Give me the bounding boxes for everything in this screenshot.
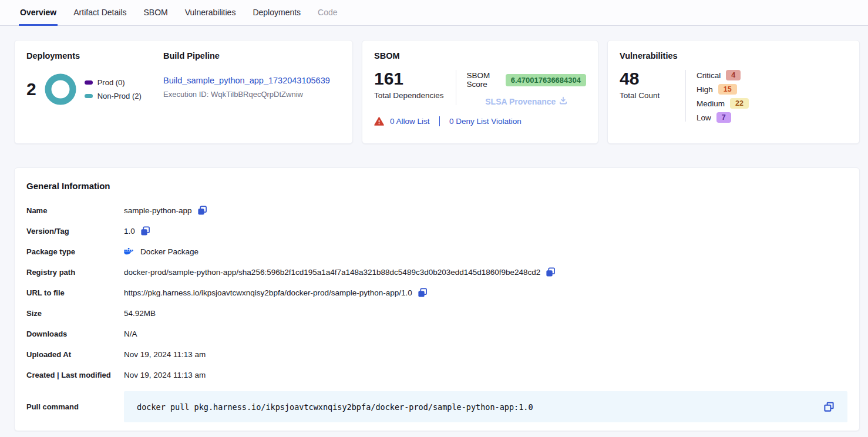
legend-item-nonprod: Non-Prod (2) — [85, 92, 142, 100]
execution-id-text: Execution ID: WqkTilbBRqecQrpDtZwniw — [163, 90, 341, 99]
severity-label-high: High — [697, 85, 713, 94]
severity-label-medium: Medium — [697, 99, 725, 108]
info-row-registry-path: Registry path docker-prod/sample-python-… — [26, 262, 847, 283]
created-modified-value: Nov 19, 2024 11:13 am — [124, 371, 206, 379]
info-label: Name — [26, 206, 124, 215]
copy-icon[interactable] — [197, 206, 207, 216]
vulnerabilities-total-label: Total Count — [620, 91, 674, 100]
vulnerabilities-title: Vulnerabilities — [620, 51, 847, 60]
sbom-score-label: SBOM Score — [467, 71, 500, 89]
copy-command-icon[interactable] — [823, 401, 835, 412]
sbom-divider — [456, 70, 456, 105]
general-information-card: General Information Name sample-python-a… — [14, 167, 860, 431]
severity-label-critical: Critical — [697, 71, 721, 80]
severity-row-medium: Medium 22 — [697, 98, 749, 109]
tab-artifact-details[interactable]: Artifact Details — [72, 0, 127, 26]
copy-icon[interactable] — [418, 288, 428, 298]
pull-command-block: docker pull pkg.harness.io/ikpsjoavtcwxn… — [124, 391, 847, 422]
nonprod-legend-dot — [85, 94, 93, 98]
registry-path-value: docker-prod/sample-python-app/sha256:596… — [124, 268, 540, 277]
info-row-pull-command: Pull command docker pull pkg.harness.io/… — [26, 391, 847, 422]
severity-count-medium: 22 — [730, 98, 749, 109]
info-label: Package type — [26, 247, 124, 256]
slsa-provenance-link[interactable]: SLSA Provenance — [467, 96, 586, 106]
build-pipeline-title: Build Pipeline — [163, 51, 341, 60]
deployments-card: Deployments 2 Prod (0) Non-Prod (2) — [14, 40, 353, 144]
tab-code: Code — [317, 0, 338, 26]
info-row-version: Version/Tag 1.0 — [26, 221, 847, 241]
prod-legend-label: Prod (0) — [97, 78, 125, 87]
deployments-count: 2 — [26, 79, 36, 99]
tab-overview[interactable]: Overview — [19, 0, 58, 26]
sbom-score-row: SBOM Score 6.470017636684304 — [467, 71, 586, 89]
vulnerabilities-card: Vulnerabilities 48 Total Count Critical … — [607, 40, 860, 144]
policy-links-divider — [439, 116, 440, 126]
info-label: Registry path — [26, 268, 124, 277]
info-label: URL to file — [26, 288, 124, 297]
deny-list-link[interactable]: 0 Deny List Violation — [449, 117, 522, 126]
slsa-provenance-label: SLSA Provenance — [485, 97, 556, 106]
allow-list-link[interactable]: 0 Allow List — [390, 117, 430, 126]
info-row-url: URL to file https://pkg.harness.io/ikpsj… — [26, 283, 847, 303]
sbom-card: SBOM 161 Total Dependencies SBOM Score 6… — [362, 40, 598, 144]
severity-row-low: Low 7 — [697, 112, 749, 123]
summary-cards-row: Deployments 2 Prod (0) Non-Prod (2) — [14, 40, 860, 144]
copy-icon[interactable] — [140, 226, 150, 236]
info-label: Downloads — [26, 330, 124, 338]
vulnerabilities-total-stat: 48 Total Count — [620, 69, 674, 100]
vulnerabilities-total-count: 48 — [620, 69, 674, 89]
docker-icon — [124, 247, 135, 256]
info-row-uploaded-at: Uploaded At Nov 19, 2024 11:13 am — [26, 344, 847, 365]
sbom-total-stat: 161 Total Dependencies — [374, 69, 444, 100]
copy-icon[interactable] — [546, 267, 556, 277]
sbom-title: SBOM — [374, 51, 586, 60]
download-icon — [559, 96, 567, 106]
build-pipeline-link[interactable]: Build_sample_python_app_1732043105639 — [163, 76, 330, 85]
deployments-legend: Prod (0) Non-Prod (2) — [85, 78, 142, 100]
general-information-title: General Information — [26, 181, 847, 191]
info-row-name: Name sample-python-app — [26, 200, 847, 221]
deployments-section: Deployments 2 Prod (0) Non-Prod (2) — [26, 51, 163, 133]
severity-row-critical: Critical 4 — [697, 70, 749, 80]
nonprod-legend-label: Non-Prod (2) — [97, 92, 142, 100]
info-label: Size — [26, 309, 124, 318]
build-pipeline-section: Build Pipeline Build_sample_python_app_1… — [163, 51, 341, 133]
url-to-file-value: https://pkg.harness.io/ikpsjoavtcwxnqisy… — [124, 288, 412, 297]
tab-sbom[interactable]: SBOM — [143, 0, 169, 26]
size-value: 54.92MB — [124, 309, 156, 318]
info-label: Created | Last modified — [26, 371, 124, 379]
sbom-score-value[interactable]: 6.470017636684304 — [506, 74, 586, 86]
sbom-policy-footer: 0 Allow List 0 Deny List Violation — [374, 116, 586, 126]
info-row-created-modified: Created | Last modified Nov 19, 2024 11:… — [26, 365, 847, 385]
info-label: Uploaded At — [26, 350, 124, 359]
tab-vulnerabilities[interactable]: Vulnerabilities — [184, 0, 237, 26]
sbom-total-label: Total Dependencies — [374, 91, 444, 100]
vulnerabilities-divider — [685, 70, 686, 122]
severity-count-low: 7 — [716, 112, 731, 123]
uploaded-at-value: Nov 19, 2024 11:13 am — [124, 350, 206, 359]
tab-bar: Overview Artifact Details SBOM Vulnerabi… — [0, 0, 868, 26]
deployments-body: 2 Prod (0) Non-Prod (2) — [26, 73, 163, 105]
vulnerabilities-body: 48 Total Count Critical 4 High 15 Medium… — [620, 69, 847, 123]
sbom-total-count: 161 — [374, 69, 444, 89]
sbom-score-section: SBOM Score 6.470017636684304 SLSA Proven… — [467, 69, 586, 106]
info-label: Version/Tag — [26, 227, 124, 236]
deployments-donut-chart — [45, 73, 76, 105]
general-information-rows: Name sample-python-app Version/Tag 1.0 P… — [26, 200, 847, 422]
severity-count-high: 15 — [718, 84, 737, 95]
sbom-body: 161 Total Dependencies SBOM Score 6.4700… — [374, 69, 586, 106]
info-label: Pull command — [26, 402, 124, 411]
severity-count-critical: 4 — [726, 70, 741, 80]
pull-command-text: docker pull pkg.harness.io/ikpsjoavtcwxn… — [137, 402, 533, 412]
artifact-name-value: sample-python-app — [124, 206, 192, 215]
severity-label-low: Low — [697, 113, 711, 122]
severity-list: Critical 4 High 15 Medium 22 Low 7 — [697, 69, 749, 123]
downloads-value: N/A — [124, 330, 137, 338]
tab-deployments[interactable]: Deployments — [251, 0, 302, 26]
info-row-size: Size 54.92MB — [26, 303, 847, 324]
severity-row-high: High 15 — [697, 84, 749, 95]
warning-icon — [374, 117, 384, 126]
info-row-package-type: Package type Docker Package — [26, 241, 847, 262]
info-row-downloads: Downloads N/A — [26, 324, 847, 344]
deployments-title: Deployments — [26, 51, 163, 60]
